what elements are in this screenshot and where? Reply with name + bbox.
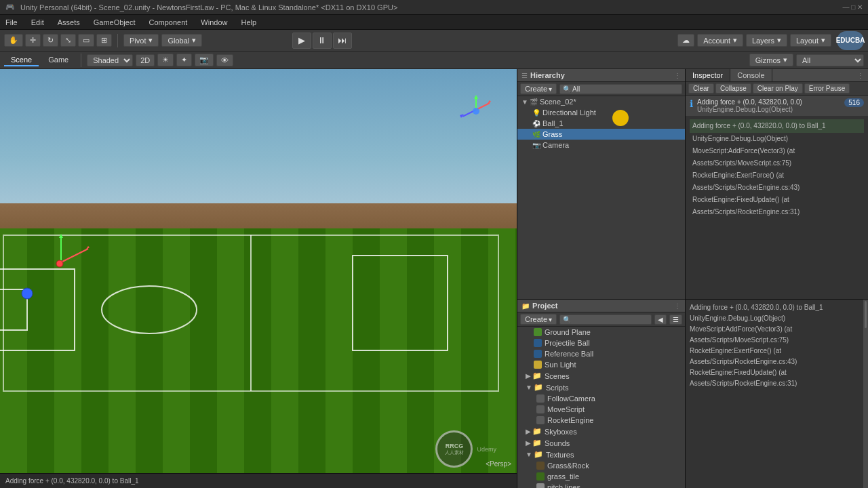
hierarchy-menu-icon[interactable]: ⋮ [674,72,681,79]
educba-logo: EDUCBA [836,37,865,44]
proj-scenes-folder[interactable]: ▶ 📁 Scenes [517,370,685,382]
log-count-badge: 516 [844,98,864,107]
global-dropdown[interactable]: Global ▾ [161,34,202,47]
move-gizmo [41,228,95,284]
rect-tool[interactable]: ▭ [78,34,94,47]
rotate-tool[interactable]: ↻ [43,34,58,47]
menu-assets[interactable]: Assets [55,18,83,26]
project-filter-btn[interactable]: ☰ [669,314,682,325]
account-dropdown[interactable]: Account ▾ [697,34,743,47]
console-log-3: Assets/Scripts/MoveScript.cs:75) [690,157,864,169]
shading-select[interactable]: Shaded [87,54,133,66]
rocketengine-icon [536,416,545,424]
menu-file[interactable]: File [3,18,20,26]
scene-status-bar: Adding force + (0.0, 432820.0, 0.0) to B… [0,473,517,488]
proj-rocketengine[interactable]: RocketEngine [517,415,685,426]
pause-button[interactable]: ⏸ [313,33,332,49]
tab-console[interactable]: Console [730,69,772,81]
status-text: Adding force + (0.0, 432820.0, 0.0) to B… [5,477,139,485]
hand-tool[interactable]: ✋ [4,34,23,47]
tab-inspector[interactable]: Inspector [686,69,730,81]
svg-point-18 [22,288,33,299]
project-nav-btn[interactable]: ◀ [654,314,667,325]
top-log-line2: UnityEngine.Debug.Log(Object) [697,106,840,113]
scrollbar-thumb[interactable] [865,301,867,328]
combo-tool[interactable]: ⊞ [96,34,112,47]
proj-sounds-label: Sounds [545,439,570,447]
console-collapse-btn[interactable]: Collapse [715,83,751,94]
menu-edit[interactable]: Edit [28,18,47,26]
move-tool[interactable]: ✛ [25,34,41,47]
layout-dropdown[interactable]: Layout ▾ [790,34,831,47]
proj-pitchlines-label: pitch lines [547,483,580,488]
hier-camera-name: Camera [542,141,569,149]
scale-tool[interactable]: ⤡ [60,34,76,47]
proj-followcamera[interactable]: FollowCamera [517,393,685,404]
lighting-btn[interactable]: ☀ [157,54,174,66]
panel-menu-icon[interactable]: ⋮ [853,70,868,81]
proj-pitchlines[interactable]: pitch lines [517,482,685,488]
project-search-box[interactable]: 🔍 [559,314,652,325]
proj-projectileball[interactable]: Projectile Ball [517,338,685,348]
console-log-4: RocketEngine:ExertForce() (at [690,169,864,182]
hier-ball1-name: Ball_1 [542,119,564,127]
console-clear-on-play-btn[interactable]: Clear on Play [753,83,803,94]
hier-item-camera[interactable]: 📷 Camera [517,140,685,150]
tab-scene[interactable]: Scene [4,54,39,66]
proj-movescript[interactable]: MoveScript [517,404,685,415]
proj-grasstile[interactable]: grass_tile [517,471,685,482]
scene-vis-btn[interactable]: 👁 [216,54,233,66]
proj-scenes-label: Scenes [545,372,570,380]
menu-help[interactable]: Help [238,18,259,26]
scene-view[interactable]: <Persp> RRCG 人人素材 [0,69,517,488]
camera-btn[interactable]: 📷 [195,54,214,66]
console-error-pause-btn[interactable]: Error Pause [804,83,850,94]
pivot-dropdown[interactable]: Pivot ▾ [123,34,159,47]
svg-point-12 [473,108,479,115]
cloud-button[interactable]: ☁ [677,34,694,47]
hierarchy-search-box[interactable]: 🔍 [559,84,682,94]
detail-log-7: Assets/Scripts/RocketEngine.cs:31) [690,378,859,389]
proj-grassrock[interactable]: Grass&Rock [517,460,685,471]
project-create-btn[interactable]: Create ▾ [520,314,557,325]
proj-skyboxes-folder[interactable]: ▶ 📁 Skyboxes [517,426,685,437]
console-detail-panel: Adding force + (0.0, 432820.0, 0.0) to B… [686,300,863,488]
play-button[interactable]: ▶ [292,33,311,49]
project-menu-icon[interactable]: ⋮ [674,302,681,310]
proj-scripts-folder[interactable]: ▼ 📁 Scripts [517,382,685,393]
detail-log-1: UnityEngine.Debug.Log(Object) [690,313,859,324]
hierarchy-create-btn[interactable]: Create ▾ [520,83,557,94]
2d-toggle[interactable]: 2D [136,54,155,66]
proj-projectileball-label: Projectile Ball [545,339,590,347]
detail-log-5: Assets/Scripts/RocketEngine.cs:43) [690,357,859,367]
proj-movescript-label: MoveScript [547,405,585,413]
project-search-input[interactable] [572,316,613,323]
fx-btn[interactable]: ✦ [176,54,192,66]
top-log-line1: Adding force + (0.0, 432820.0, 0.0) [697,98,840,106]
proj-sunlight-label: Sun Light [545,361,576,369]
insp-console-header: Inspector Console ⋮ [686,69,868,82]
layers-dropdown[interactable]: Layers ▾ [746,34,787,47]
gizmos-dropdown[interactable]: Gizmos ▾ [749,54,793,66]
proj-referenceball[interactable]: Reference Ball [517,348,685,359]
hier-item-grass[interactable]: 🌿 Grass [517,129,685,140]
hier-item-light[interactable]: 💡 Directional Light [517,107,685,118]
step-button[interactable]: ⏭ [333,33,352,49]
console-clear-btn[interactable]: Clear [688,83,714,94]
info-icon: ℹ [690,98,693,109]
right-scrollbar[interactable] [863,300,868,488]
hier-item-ball1[interactable]: ⚽ Ball_1 [517,118,685,129]
menu-gameobject[interactable]: GameObject [91,18,138,26]
proj-sunlight[interactable]: Sun Light [517,359,685,370]
all-select[interactable]: All [796,54,864,66]
proj-textures-folder[interactable]: ▼ 📁 Textures [517,449,685,460]
svg-point-0 [102,286,197,333]
proj-groundplane[interactable]: Ground Plane [517,327,685,338]
tab-game[interactable]: Game [41,54,75,66]
proj-sounds-folder[interactable]: ▶ 📁 Sounds [517,437,685,449]
svg-marker-9 [474,95,478,99]
hier-item-scene[interactable]: ▼ 🎬 Scene_02* [517,96,685,107]
menu-window[interactable]: Window [198,18,230,26]
hierarchy-search-input[interactable] [572,85,627,93]
menu-component[interactable]: Component [146,18,190,26]
